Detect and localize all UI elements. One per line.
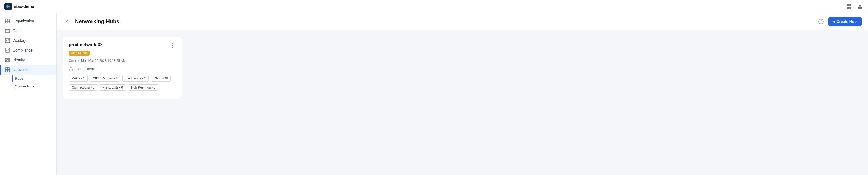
- svg-rect-8: [8, 19, 10, 21]
- topbar-left: stax-demo: [4, 3, 34, 10]
- layout: Organization Cost Wastage Compliance: [0, 13, 868, 175]
- networks-icon: [5, 67, 10, 72]
- sidebar-label-networks: Networks: [13, 67, 28, 72]
- svg-rect-7: [5, 19, 7, 21]
- org-tree-icon: [69, 66, 73, 71]
- sidebar-item-networks[interactable]: Networks: [0, 65, 56, 75]
- svg-rect-4: [847, 7, 849, 9]
- hub-org: sharedservices: [69, 66, 176, 71]
- topbar-right: [845, 3, 864, 10]
- page-title: Networking Hubs: [75, 18, 119, 25]
- sidebar-label-organization: Organization: [13, 19, 34, 23]
- sidebar-item-cost[interactable]: Cost: [0, 26, 56, 36]
- hub-card: prod-network-02 ⋮ UPDATING Created Mon M…: [63, 37, 182, 99]
- tag-exclusions: Exclusions - 1: [122, 75, 149, 82]
- sidebar-label-cost: Cost: [13, 29, 21, 33]
- identity-icon: [5, 58, 10, 62]
- svg-point-1: [7, 6, 9, 7]
- status-badge: UPDATING: [69, 51, 90, 56]
- svg-rect-13: [5, 38, 10, 43]
- create-hub-label: + Create Hub: [833, 20, 857, 24]
- svg-line-35: [71, 68, 72, 69]
- hub-name: prod-network-02: [69, 42, 102, 47]
- sidebar-label-compliance: Compliance: [13, 48, 33, 52]
- svg-point-32: [72, 69, 73, 70]
- card-header: prod-network-02 ⋮: [69, 42, 176, 48]
- more-icon: ⋮: [170, 43, 175, 48]
- wastage-icon: [5, 38, 10, 43]
- created-meta: Created Mon Mar 20 2023 10:18:25 AM: [69, 59, 176, 63]
- svg-rect-2: [847, 4, 849, 6]
- header-actions: + Create Hub: [817, 17, 862, 26]
- sidebar: Organization Cost Wastage Compliance: [0, 13, 57, 175]
- svg-point-29: [821, 20, 822, 21]
- svg-point-16: [6, 59, 7, 61]
- tag-prefix-lists: Prefix Lists - 0: [99, 84, 126, 91]
- grid-icon[interactable]: [845, 3, 853, 10]
- svg-rect-5: [849, 7, 851, 9]
- svg-point-6: [859, 5, 861, 7]
- sidebar-item-compliance[interactable]: Compliance: [0, 46, 56, 55]
- back-button[interactable]: [63, 18, 71, 25]
- sidebar-sub-item-hubs[interactable]: Hubs: [12, 75, 56, 82]
- sidebar-label-wastage: Wastage: [13, 38, 28, 43]
- user-icon[interactable]: [856, 3, 864, 10]
- page-header: Networking Hubs + Create Hub: [57, 13, 868, 30]
- sidebar-item-wastage[interactable]: Wastage: [0, 36, 56, 46]
- tag-dns: DNS - Off: [151, 75, 171, 82]
- tag-connections: Connections - 0: [69, 84, 97, 91]
- hub-tags-row1: VPCs - 1 CIDR Ranges - 1 Exclusions - 1 …: [69, 75, 176, 82]
- sidebar-item-identity[interactable]: Identity: [0, 55, 56, 65]
- svg-rect-14: [5, 48, 10, 52]
- org-icon: [5, 19, 10, 24]
- app-logo: [4, 3, 12, 10]
- info-button[interactable]: [817, 18, 825, 26]
- sidebar-sub-nav: Hubs Connections: [0, 75, 56, 90]
- compliance-icon: [5, 48, 10, 53]
- tag-vpcs: VPCs - 1: [69, 75, 88, 82]
- hub-org-name: sharedservices: [75, 67, 98, 71]
- tag-hub-peerings: Hub Peerings - 0: [128, 84, 158, 91]
- cost-icon: [5, 28, 10, 33]
- sidebar-sub-label-connections: Connections: [15, 84, 34, 88]
- svg-rect-3: [849, 4, 851, 6]
- sidebar-sub-item-connections[interactable]: Connections: [12, 82, 56, 90]
- content-area: prod-network-02 ⋮ UPDATING Created Mon M…: [57, 30, 868, 175]
- create-hub-button[interactable]: + Create Hub: [828, 17, 862, 26]
- more-options-button[interactable]: ⋮: [169, 42, 176, 48]
- hub-tags-row2: Connections - 0 Prefix Lists - 0 Hub Pee…: [69, 84, 176, 91]
- sidebar-label-identity: Identity: [13, 58, 25, 62]
- sidebar-sub-label-hubs: Hubs: [15, 77, 24, 81]
- svg-point-12: [7, 31, 8, 32]
- svg-point-30: [70, 67, 71, 68]
- svg-point-31: [69, 69, 70, 70]
- topbar: stax-demo: [0, 0, 868, 13]
- svg-line-34: [70, 68, 71, 69]
- sidebar-item-organization[interactable]: Organization: [0, 16, 56, 26]
- svg-rect-10: [8, 21, 10, 23]
- svg-rect-9: [5, 21, 7, 23]
- app-title: stax-demo: [14, 4, 34, 9]
- tag-cidr: CIDR Ranges - 1: [90, 75, 120, 82]
- main-area: Networking Hubs + Create Hub: [57, 13, 868, 175]
